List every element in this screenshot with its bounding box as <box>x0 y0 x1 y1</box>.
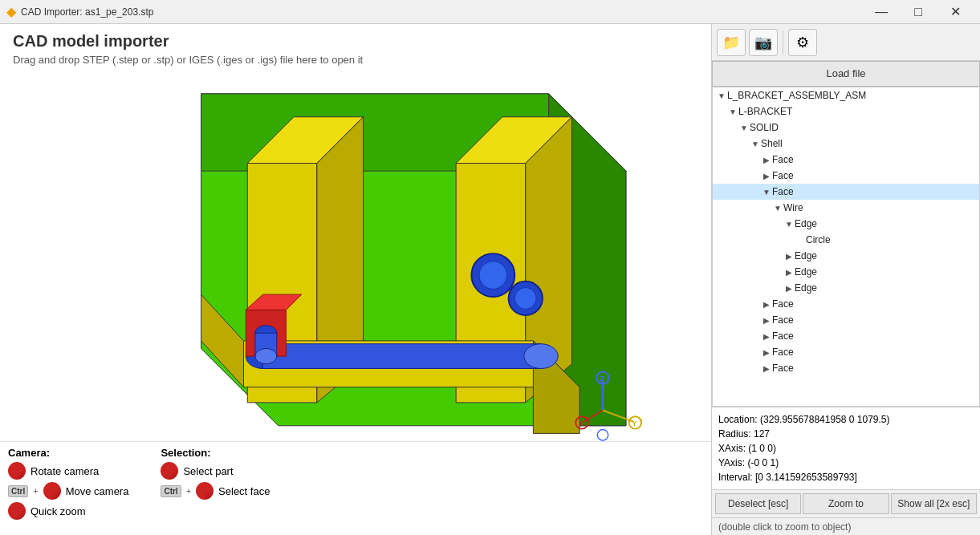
tree-view[interactable]: ▼L_BRACKET_ASSEMBLY_ASM▼L-BRACKET▼SOLID▼… <box>712 87 980 407</box>
svg-point-15 <box>524 344 558 369</box>
tree-arrow-icon[interactable]: ▼ <box>783 220 795 229</box>
interval-info: Interval: [0 3.141592653589793] <box>718 470 974 484</box>
rotate-camera-row: Rotate camera <box>8 462 128 480</box>
tree-arrow-icon[interactable]: ▶ <box>761 316 772 325</box>
select-face-icon <box>196 482 213 500</box>
status-text: (double click to zoom to object) <box>718 521 851 533</box>
tree-arrow-icon[interactable]: ▶ <box>783 268 795 277</box>
tree-node[interactable]: ▶Face <box>713 312 979 328</box>
tree-node[interactable]: ▶Face <box>713 296 979 312</box>
minimize-button[interactable]: — <box>863 0 900 24</box>
settings-button[interactable]: ⚙ <box>788 29 817 56</box>
selection-title: Selection: <box>161 447 270 459</box>
selection-section: Selection: Select part Ctrl + Select fac… <box>161 447 270 529</box>
info-panel: Location: (329.955678841958 0 1079.5) Ra… <box>712 407 980 489</box>
radius-info: Radius: 127 <box>718 427 974 441</box>
tree-arrow-icon[interactable]: ▼ <box>750 140 761 148</box>
camera-button[interactable]: 📷 <box>749 29 778 56</box>
move-label: Move camera <box>66 485 129 497</box>
select-part-icon <box>161 462 178 480</box>
tree-arrow-icon[interactable]: ▶ <box>783 284 795 293</box>
tree-node[interactable]: ▼L-BRACKET <box>713 103 979 120</box>
tree-node[interactable]: ▶Face <box>713 344 979 360</box>
select-part-row: Select part <box>161 462 270 480</box>
move-camera-row: Ctrl + Move camera <box>8 482 128 500</box>
open-file-button[interactable]: 📁 <box>717 29 746 56</box>
tree-node-label: Face <box>772 330 794 342</box>
tree-arrow-icon[interactable]: ▼ <box>761 188 772 197</box>
tree-node[interactable]: ▼SOLID <box>713 120 979 136</box>
ctrl-badge-face: Ctrl <box>161 485 181 497</box>
svg-text:X: X <box>579 419 584 428</box>
tree-arrow-icon[interactable]: ▼ <box>727 107 738 116</box>
3d-model-view: Z X Y <box>0 71 711 441</box>
tree-node-label: Edge <box>795 250 817 261</box>
tree-node-label: Face <box>772 154 794 165</box>
left-panel: CAD model importer Drag and drop STEP (.… <box>0 24 711 535</box>
right-panel: 📁 📷 ⚙ Load file ▼L_BRACKET_ASSEMBLY_ASM▼… <box>711 24 980 535</box>
tree-arrow-icon[interactable]: ▶ <box>761 300 772 309</box>
show-all-button[interactable]: Show all [2x esc] <box>891 493 977 514</box>
tree-node[interactable]: ▶Edge <box>713 264 979 280</box>
tree-arrow-icon[interactable]: ▶ <box>761 172 772 180</box>
tree-node-label: SOLID <box>750 122 779 133</box>
tree-node[interactable]: ▼Face <box>713 184 979 200</box>
tree-node[interactable]: ▶Face <box>713 328 979 344</box>
action-buttons: Deselect [esc] Zoom to Show all [2x esc] <box>712 489 980 517</box>
tree-arrow-icon[interactable]: ▼ <box>716 91 727 100</box>
select-face-row: Ctrl + Select face <box>161 482 270 500</box>
tree-node-label: Face <box>772 363 794 374</box>
tree-node-label: Face <box>772 314 794 326</box>
ctrl-badge-move: Ctrl <box>8 485 28 497</box>
svg-text:Z: Z <box>600 375 604 383</box>
tree-node-label: Face <box>772 298 794 310</box>
tree-arrow-icon[interactable]: ▼ <box>772 204 783 213</box>
maximize-button[interactable]: □ <box>900 0 937 24</box>
app-subtitle: Drag and drop STEP (.step or .stp) or IG… <box>13 54 698 66</box>
tree-node-label: Wire <box>783 202 803 213</box>
header-area: CAD model importer Drag and drop STEP (.… <box>0 24 711 71</box>
zoom-label: Quick zoom <box>30 505 86 517</box>
tree-node[interactable]: ▶Face <box>713 168 979 184</box>
tree-node-label: Edge <box>795 282 817 294</box>
status-bar: (double click to zoom to object) <box>712 517 980 535</box>
window-controls: — □ ✕ <box>863 0 974 24</box>
toolbar-separator <box>783 30 783 55</box>
viewport[interactable]: Z X Y <box>0 71 711 441</box>
rotate-icon <box>8 462 26 480</box>
window-title: CAD Importer: as1_pe_203.stp <box>21 6 863 18</box>
tree-arrow-icon[interactable]: ▶ <box>761 332 772 341</box>
toolbar: 📁 📷 ⚙ <box>712 24 980 61</box>
tree-node[interactable]: ▼L_BRACKET_ASSEMBLY_ASM <box>713 87 979 103</box>
tree-arrow-icon[interactable]: ▶ <box>783 252 795 261</box>
tree-node[interactable]: ▶Face <box>713 360 979 376</box>
xaxis-info: XAxis: (1 0 0) <box>718 441 974 456</box>
tree-node[interactable]: ▼Edge <box>713 216 979 232</box>
tree-node-label: Face <box>772 186 794 197</box>
tree-arrow-icon[interactable]: ▶ <box>761 364 772 373</box>
tree-node[interactable]: Circle <box>713 232 979 248</box>
close-button[interactable]: ✕ <box>937 0 974 24</box>
tree-node[interactable]: ▶Edge <box>713 248 979 264</box>
tree-node[interactable]: ▶Face <box>713 152 979 168</box>
deselect-button[interactable]: Deselect [esc] <box>715 493 801 514</box>
tree-node[interactable]: ▶Edge <box>713 280 979 296</box>
load-file-button[interactable]: Load file <box>712 61 980 87</box>
title-bar: ◆ CAD Importer: as1_pe_203.stp — □ ✕ <box>0 0 980 24</box>
yaxis-info: YAxis: (-0 0 1) <box>718 456 974 470</box>
tree-node[interactable]: ▼Wire <box>713 200 979 216</box>
select-part-label: Select part <box>183 465 233 477</box>
tree-node-label: L-BRACKET <box>738 106 792 117</box>
tree-node-label: Edge <box>795 218 817 229</box>
tree-arrow-icon[interactable]: ▶ <box>761 156 772 164</box>
main-layout: CAD model importer Drag and drop STEP (.… <box>0 24 980 535</box>
tree-arrow-icon[interactable]: ▶ <box>761 348 772 357</box>
tree-node-label: Face <box>772 347 794 358</box>
tree-arrow-icon[interactable]: ▼ <box>738 124 750 132</box>
svg-point-17 <box>479 261 507 290</box>
tree-node[interactable]: ▼Shell <box>713 136 979 152</box>
move-icon <box>43 482 61 500</box>
zoom-to-button[interactable]: Zoom to <box>803 493 889 514</box>
tree-node-label: Edge <box>795 266 817 278</box>
select-face-label: Select face <box>218 485 270 497</box>
